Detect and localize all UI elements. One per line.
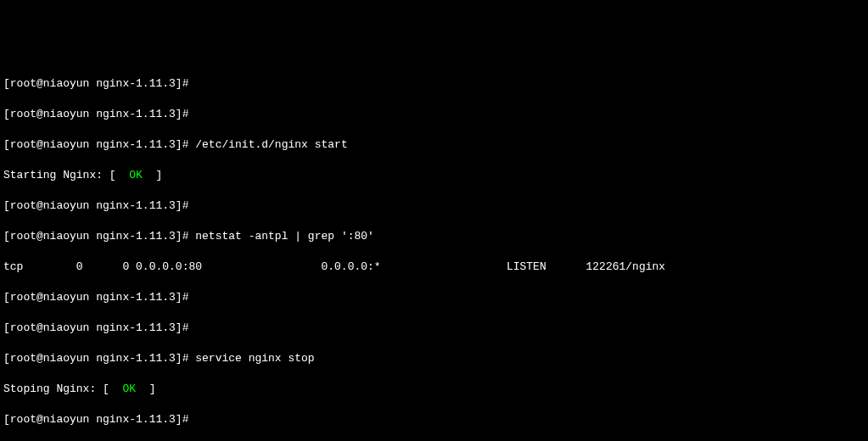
- shell-prompt: [root@niaoyun nginx-1.11.3]#: [3, 199, 195, 212]
- shell-prompt: [root@niaoyun nginx-1.11.3]#: [3, 138, 195, 151]
- command-text: /etc/init.d/nginx start: [195, 138, 347, 151]
- shell-prompt: [root@niaoyun nginx-1.11.3]#: [3, 321, 195, 334]
- status-ok: OK: [129, 169, 143, 181]
- shell-prompt: [root@niaoyun nginx-1.11.3]#: [3, 108, 195, 120]
- shell-prompt: [root@niaoyun nginx-1.11.3]#: [3, 230, 195, 243]
- shell-prompt: [root@niaoyun nginx-1.11.3]#: [3, 291, 195, 304]
- command-text: netstat -antpl | grep ':80': [195, 230, 374, 243]
- shell-prompt: [root@niaoyun nginx-1.11.3]#: [3, 352, 195, 365]
- output-text: tcp 0 0 0.0.0.0:80 0.0.0.0:* LISTEN 1222…: [3, 260, 665, 273]
- status-text: Stoping Nginx: [: [3, 382, 122, 395]
- shell-prompt: [root@niaoyun nginx-1.11.3]#: [3, 413, 195, 426]
- status-text: Starting Nginx: [: [3, 169, 129, 181]
- shell-prompt: [root@niaoyun nginx-1.11.3]#: [3, 77, 195, 90]
- status-text: ]: [136, 382, 155, 395]
- terminal-output[interactable]: [root@niaoyun nginx-1.11.3]# [root@niaoy…: [0, 61, 868, 441]
- status-ok: OK: [122, 382, 136, 395]
- status-text: ]: [143, 169, 162, 181]
- command-text: service nginx stop: [195, 352, 314, 365]
